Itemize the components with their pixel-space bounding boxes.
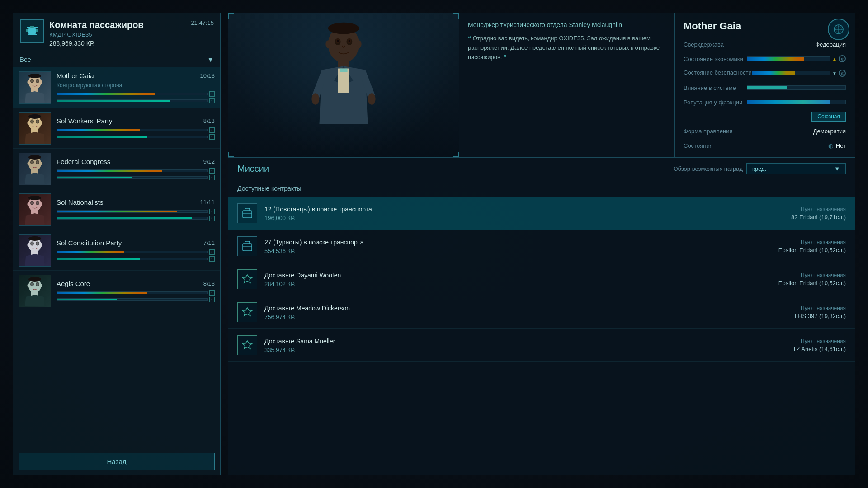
faction-item-sol-nationalists[interactable]: Sol Nationalists 11/11 ▪ ▪ bbox=[13, 189, 220, 230]
faction-details: Federal Congress 9/12 ▪ ▪ bbox=[57, 158, 215, 180]
faction-count: 10/13 bbox=[200, 72, 215, 79]
faction-progress-bars: ▪ ▪ bbox=[57, 127, 215, 140]
svg-point-63 bbox=[311, 93, 319, 105]
contract-icon bbox=[237, 335, 257, 355]
back-button[interactable]: Назад bbox=[19, 453, 215, 470]
contracts-list: 12 (Повстанцы) в поиске транспорта 196,0… bbox=[228, 197, 855, 475]
svg-point-14 bbox=[28, 74, 41, 78]
faction-count: 11/11 bbox=[200, 199, 215, 206]
states-label: Состояния bbox=[684, 142, 747, 149]
contract-item-2[interactable]: 27 (Туристы) в поиске транспорта 554,536… bbox=[228, 230, 855, 263]
contract-icon bbox=[237, 236, 257, 256]
contract-destination: Пункт назначения LHS 397 (19,32сл.) bbox=[795, 305, 846, 319]
svg-point-21 bbox=[28, 121, 30, 125]
faction-progress-bars: ▪ ▪ bbox=[57, 91, 215, 103]
dest-label: Пункт назначения bbox=[795, 305, 846, 311]
bar-end-icon-2: ▪ bbox=[209, 256, 215, 262]
contract-item-4[interactable]: Доставьте Meadow Dickerson 756,974 КР. П… bbox=[228, 296, 855, 329]
contract-name: 27 (Туристы) в поиске транспорта bbox=[264, 239, 778, 246]
contract-item-3[interactable]: Доставьте Dayami Wooten 284,102 КР. Пунк… bbox=[228, 263, 855, 296]
contracts-label: Доступные контракты bbox=[228, 180, 855, 197]
svg-point-31 bbox=[40, 162, 42, 165]
faction-avatar bbox=[19, 193, 51, 226]
bar-end-icon-2: ▪ bbox=[209, 175, 215, 180]
svg-point-19 bbox=[31, 120, 33, 123]
contract-reward: 554,536 КР. bbox=[264, 248, 778, 254]
faction-progress-bars: ▪ ▪ bbox=[57, 249, 215, 262]
reward-select[interactable]: кред. ▼ bbox=[746, 163, 846, 174]
svg-point-46 bbox=[31, 242, 33, 245]
filter-label: Все bbox=[19, 56, 31, 63]
faction-details: Sol Constitution Party 7/11 ▪ ▪ bbox=[57, 239, 215, 262]
svg-point-64 bbox=[368, 93, 376, 105]
dest-value: Epsilon Eridani (10,52сл.) bbox=[778, 280, 846, 286]
states-icon: ◐ bbox=[828, 142, 833, 149]
npc-info-panel: Менеджер туристического отдела Stanley M… bbox=[459, 13, 674, 157]
faction-details: Mother Gaia 10/13 Контролирующая сторона… bbox=[57, 72, 215, 103]
contract-reward: 335,974 КР. bbox=[264, 347, 793, 353]
security-row: Состояние безопасности ▼ ◐ bbox=[684, 68, 846, 78]
contract-name: Доставьте Meadow Dickerson bbox=[264, 305, 795, 312]
faction-progress-bars: ▪ ▪ bbox=[57, 209, 215, 221]
svg-point-58 bbox=[40, 284, 42, 287]
states-value: Нет bbox=[836, 142, 846, 149]
faction-avatar bbox=[19, 71, 51, 104]
faction-item-federal-congress[interactable]: Federal Congress 9/12 ▪ ▪ bbox=[13, 149, 220, 189]
contract-name: Доставьте Sama Mueller bbox=[264, 338, 793, 345]
dest-label: Пункт назначения bbox=[791, 206, 846, 212]
faction-item-aegis-core[interactable]: Aegis Core 8/13 ▪ ▪ bbox=[13, 271, 220, 311]
dest-label: Пункт назначения bbox=[793, 338, 846, 344]
contract-item-5[interactable]: Доставьте Sama Mueller 335,974 КР. Пункт… bbox=[228, 329, 855, 362]
svg-point-69 bbox=[337, 39, 339, 42]
filter-chevron-icon: ▼ bbox=[207, 56, 214, 63]
faction-item-mother-gaia[interactable]: Mother Gaia 10/13 Контролирующая сторона… bbox=[13, 67, 220, 108]
bar-end-icon: ▪ bbox=[209, 249, 215, 255]
svg-point-28 bbox=[31, 161, 33, 164]
economy-toggle[interactable]: ◐ bbox=[839, 55, 846, 62]
contract-details: Доставьте Meadow Dickerson 756,974 КР. bbox=[264, 305, 795, 320]
left-panel: Комната пассажиров КМДР OXIDE35 288,969,… bbox=[13, 13, 221, 475]
filter-select[interactable]: Все ▼ bbox=[19, 56, 214, 63]
states-row: Состояния ◐ Нет bbox=[684, 141, 846, 150]
faction-item-sol-constitution[interactable]: Sol Constitution Party 7/11 ▪ ▪ bbox=[13, 230, 220, 271]
superpower-value: Федерация bbox=[815, 41, 846, 48]
dest-value: LHS 397 (19,32сл.) bbox=[795, 313, 846, 319]
reward-filter: Обзор возможных наград кред. ▼ bbox=[673, 163, 846, 174]
faction-list: Mother Gaia 10/13 Контролирующая сторона… bbox=[13, 67, 220, 448]
contract-icon bbox=[237, 302, 257, 322]
npc-quote: Отрадно вас видеть, командир OXIDE35. За… bbox=[468, 34, 665, 149]
faction-details: Aegis Core 8/13 ▪ ▪ bbox=[57, 280, 215, 302]
svg-point-38 bbox=[37, 202, 39, 204]
faction-subtitle: Контролирующая сторона bbox=[57, 82, 215, 89]
missions-section: Миссии Обзор возможных наград кред. ▼ До… bbox=[228, 158, 855, 475]
faction-info-sidebar: Mother Gaia Сверхдержава Федерация Состо… bbox=[674, 13, 855, 157]
npc-section: Менеджер туристического отдела Stanley M… bbox=[228, 13, 855, 158]
svg-rect-2 bbox=[28, 34, 37, 35]
dest-value: 82 Eridani (19,71сл.) bbox=[791, 214, 846, 221]
dest-value: Epsilon Eridani (10,52сл.) bbox=[778, 247, 846, 253]
reputation-label: Репутация у фракции bbox=[684, 99, 747, 106]
contract-destination: Пункт назначения 82 Eridani (19,71сл.) bbox=[791, 206, 846, 221]
bar-end-icon-2: ▪ bbox=[209, 98, 215, 103]
contract-icon bbox=[237, 269, 257, 289]
svg-point-12 bbox=[28, 80, 30, 84]
npc-portrait bbox=[228, 13, 459, 157]
svg-point-30 bbox=[28, 162, 30, 165]
allied-badge: Союзная bbox=[811, 112, 846, 122]
svg-point-23 bbox=[28, 114, 41, 119]
security-toggle[interactable]: ◐ bbox=[839, 70, 846, 77]
economy-label: Состояние экономики bbox=[684, 56, 747, 62]
faction-count: 7/11 bbox=[203, 239, 215, 246]
filter-bar[interactable]: Все ▼ bbox=[13, 52, 220, 67]
svg-rect-81 bbox=[243, 244, 252, 251]
faction-details: Sol Nationalists 11/11 ▪ ▪ bbox=[57, 198, 215, 221]
right-panel: Менеджер туристического отдела Stanley M… bbox=[228, 13, 855, 475]
svg-point-56 bbox=[37, 283, 39, 286]
security-bar: ▼ ◐ bbox=[752, 70, 846, 77]
bar-end-icon-2: ▪ bbox=[209, 216, 215, 221]
svg-point-57 bbox=[28, 284, 30, 287]
svg-point-37 bbox=[31, 202, 33, 204]
reward-chevron-icon: ▼ bbox=[834, 165, 840, 172]
contract-item-1[interactable]: 12 (Повстанцы) в поиске транспорта 196,0… bbox=[228, 197, 855, 230]
faction-item-sol-workers[interactable]: Sol Workers' Party 8/13 ▪ ▪ bbox=[13, 108, 220, 149]
